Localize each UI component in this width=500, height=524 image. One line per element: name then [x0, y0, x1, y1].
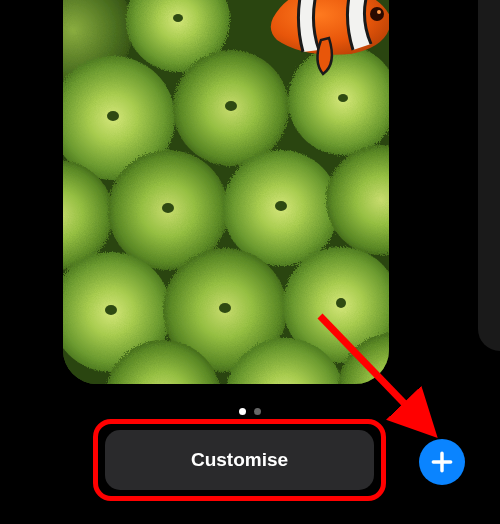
page-indicator [239, 408, 261, 415]
svg-point-17 [107, 111, 119, 121]
svg-point-21 [275, 201, 287, 211]
svg-point-26 [377, 10, 381, 14]
wallpaper-preview[interactable] [63, 0, 389, 384]
page-dot-active [239, 408, 246, 415]
next-wallpaper-edge[interactable] [478, 0, 500, 351]
svg-point-18 [225, 101, 237, 111]
svg-point-19 [338, 94, 348, 102]
svg-point-16 [173, 14, 183, 22]
page-dot-inactive [254, 408, 261, 415]
customise-button[interactable]: Customise [105, 430, 374, 490]
wallpaper-image [63, 0, 389, 384]
svg-point-22 [105, 305, 117, 315]
customise-button-label: Customise [191, 449, 288, 471]
add-button[interactable] [419, 439, 465, 485]
svg-point-25 [370, 7, 384, 21]
plus-icon [429, 449, 455, 475]
svg-point-23 [219, 303, 231, 313]
svg-point-20 [162, 203, 174, 213]
svg-point-24 [336, 298, 346, 308]
